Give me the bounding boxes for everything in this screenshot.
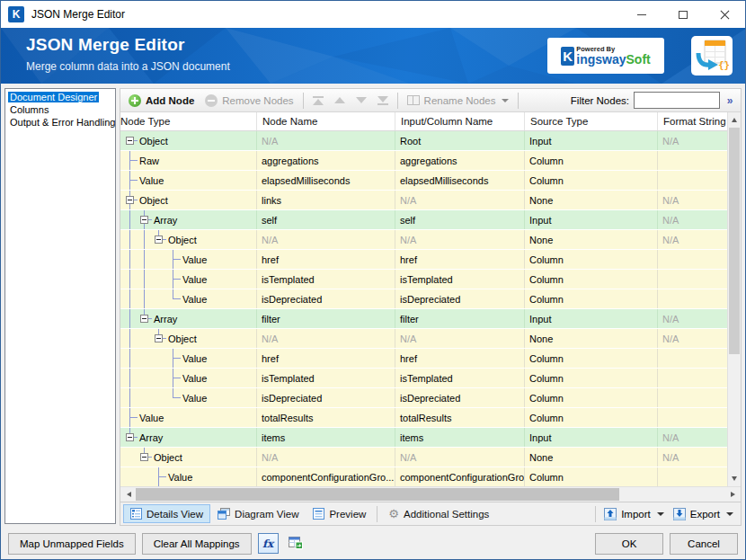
move-top-button[interactable] xyxy=(307,92,329,110)
cell-node-name: N/A xyxy=(257,230,395,249)
cell-format-string xyxy=(658,369,727,387)
import-icon xyxy=(604,508,617,520)
cell-input-column-name: items xyxy=(395,428,525,447)
svg-text:{}: {} xyxy=(718,59,729,71)
table-row[interactable]: ValuehrefhrefColumn xyxy=(120,349,727,369)
toolbar-overflow-button[interactable]: » xyxy=(722,94,738,107)
collapse-icon[interactable] xyxy=(126,196,134,204)
expression-editor-button[interactable]: fx xyxy=(258,533,279,554)
table-row[interactable]: ObjectN/ARootInputN/A xyxy=(120,131,727,151)
sidebar-item-output-error-handling[interactable]: Output & Error Handling xyxy=(6,116,115,129)
rename-nodes-button[interactable]: Rename Nodes xyxy=(402,91,515,111)
remove-nodes-button[interactable]: Remove Nodes xyxy=(200,91,298,111)
cell-node-name: filter xyxy=(257,309,395,328)
column-header[interactable]: Node Name xyxy=(257,112,395,130)
move-up-button[interactable] xyxy=(329,92,351,110)
collapse-icon[interactable] xyxy=(126,433,134,441)
table-row[interactable]: RawaggregationsaggregationsColumn xyxy=(120,151,727,171)
tree-connector xyxy=(138,210,152,229)
cell-input-column-name: isDepreciated xyxy=(395,388,525,407)
cell-format-string: N/A xyxy=(658,309,727,328)
cell-source-type: None xyxy=(525,191,658,209)
tab-preview[interactable]: Preview xyxy=(306,504,373,523)
column-header[interactable]: Format String xyxy=(658,112,727,130)
cell-node-type: Value xyxy=(120,388,257,407)
collapse-icon[interactable] xyxy=(140,315,148,323)
collapse-icon[interactable] xyxy=(140,453,148,461)
cell-format-string xyxy=(658,171,727,190)
table-row[interactable]: ValuehrefhrefColumn xyxy=(120,250,727,270)
move-down-button[interactable] xyxy=(351,92,372,110)
node-type-label: Object xyxy=(154,452,182,463)
cell-input-column-name: isDepreciated xyxy=(395,289,525,308)
cell-source-type: Column xyxy=(525,151,658,170)
horizontal-scrollbar[interactable] xyxy=(120,486,741,502)
node-type-label: Array xyxy=(154,314,177,324)
logo-k-icon: K xyxy=(561,47,574,66)
cell-node-type: Object xyxy=(120,131,257,150)
table-row[interactable]: ObjectN/AN/ANoneN/A xyxy=(120,329,727,349)
table-row[interactable]: ObjectN/AN/ANoneN/A xyxy=(120,448,727,467)
horizontal-scrollbar-thumb[interactable] xyxy=(136,488,619,501)
scroll-up-arrow[interactable] xyxy=(728,113,741,127)
collapse-icon[interactable] xyxy=(140,216,148,224)
cell-input-column-name: href xyxy=(395,250,525,269)
import-button[interactable]: Import xyxy=(599,504,669,523)
cell-input-column-name: elapsedMilliseconds xyxy=(395,171,525,190)
node-type-label: Raw xyxy=(139,156,159,166)
tree-guide-line xyxy=(152,289,166,308)
column-header[interactable]: Node Type xyxy=(120,112,257,130)
scroll-down-arrow[interactable] xyxy=(728,472,741,485)
merge-icon: {} xyxy=(695,39,729,73)
column-header[interactable]: Source Type xyxy=(525,112,658,130)
collapse-icon[interactable] xyxy=(155,334,163,342)
table-row[interactable]: ValueisTemplatedisTemplatedColumn xyxy=(120,369,727,388)
cell-node-name: href xyxy=(257,349,395,368)
tree-connector xyxy=(123,131,138,150)
maximize-button[interactable] xyxy=(662,1,704,28)
tab-diagram-view[interactable]: Diagram View xyxy=(210,504,306,523)
map-unmapped-fields-button[interactable]: Map Unmapped Fields xyxy=(8,533,136,555)
table-row[interactable]: ValueisTemplatedisTemplatedColumn xyxy=(120,270,727,289)
table-row[interactable]: ObjectlinksN/ANoneN/A xyxy=(120,191,727,210)
table-row[interactable]: ArrayitemsitemsInputN/A xyxy=(120,428,727,448)
table-row[interactable]: ValuecomponentConfigurationGro...compone… xyxy=(120,467,727,486)
cell-source-type: Input xyxy=(525,131,658,150)
vertical-scrollbar[interactable] xyxy=(727,112,741,486)
filter-nodes-input[interactable] xyxy=(634,92,720,109)
collapse-icon[interactable] xyxy=(126,137,134,145)
table-row[interactable]: ArrayfilterfilterInputN/A xyxy=(120,309,727,329)
table-row[interactable]: ValueisDepreciatedisDepreciatedColumn xyxy=(120,289,727,309)
tree-guide-line xyxy=(123,329,138,348)
cell-source-type: Input xyxy=(525,309,658,328)
minimize-button[interactable] xyxy=(621,1,662,28)
tab-details-view[interactable]: Details View xyxy=(123,504,210,523)
vertical-scrollbar-thumb[interactable] xyxy=(729,128,740,354)
table-row[interactable]: ValueisDepreciatedisDepreciatedColumn xyxy=(120,388,727,408)
table-row[interactable]: ValueelapsedMillisecondselapsedMilliseco… xyxy=(120,171,727,191)
table-row[interactable]: ValuetotalResultstotalResultsColumn xyxy=(120,408,727,428)
cell-node-name: href xyxy=(257,250,395,269)
add-node-button[interactable]: Add Node xyxy=(123,91,200,111)
tab-additional-settings[interactable]: ⚙Additional Settings xyxy=(381,504,496,523)
export-button[interactable]: Export xyxy=(669,504,738,523)
collapse-icon[interactable] xyxy=(155,236,163,244)
move-bottom-button[interactable] xyxy=(372,92,394,110)
sidebar-item-columns[interactable]: Columns xyxy=(6,103,115,116)
export-mappings-button[interactable] xyxy=(285,533,306,554)
sidebar-item-document-designer[interactable]: Document Designer xyxy=(6,91,115,103)
table-row[interactable]: ObjectN/AN/ANoneN/A xyxy=(120,230,727,250)
table-row[interactable]: ArrayselfselfInputN/A xyxy=(120,210,727,230)
ok-button[interactable]: OK xyxy=(595,533,663,555)
sidebar-item-label: Columns xyxy=(8,104,50,115)
close-button[interactable] xyxy=(704,1,745,28)
scroll-left-arrow[interactable] xyxy=(121,487,136,502)
clear-all-mappings-button[interactable]: Clear All Mappings xyxy=(142,533,252,555)
cell-node-name: isTemplated xyxy=(257,369,395,387)
column-header[interactable]: Input/Column Name xyxy=(395,112,525,130)
cell-node-type: Raw xyxy=(120,151,257,170)
details-view-icon xyxy=(130,508,142,520)
window-title: JSON Merge Editor xyxy=(31,8,125,21)
cancel-button[interactable]: Cancel xyxy=(670,533,738,555)
scroll-right-arrow[interactable] xyxy=(725,487,740,502)
